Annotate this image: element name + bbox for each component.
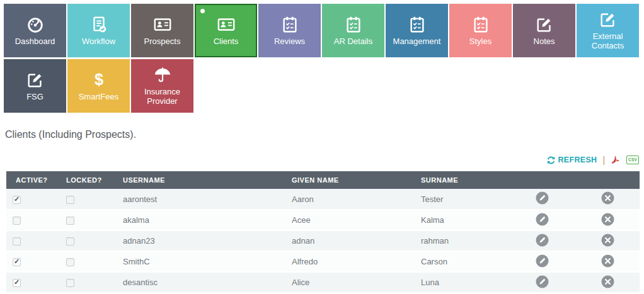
locked-checkbox[interactable]: [66, 196, 74, 204]
clients-table: ACTIVE?LOCKED?USERNAMEGIVEN NAMESURNAME …: [6, 171, 640, 293]
active-cell: [6, 251, 60, 272]
tile-management[interactable]: Management: [386, 4, 448, 57]
locked-cell: [60, 230, 117, 251]
tile-insurance-provider[interactable]: Insurance Provider: [131, 59, 193, 113]
tile-styles[interactable]: Styles: [449, 4, 512, 57]
toolbar-separator: |: [602, 155, 605, 165]
table-row: aarontestAaronTester: [6, 189, 640, 210]
tile-dashboard[interactable]: Dashboard: [4, 4, 66, 57]
surname-cell: Kalma: [415, 210, 509, 230]
tile-external-contacts[interactable]: External Contacts: [577, 4, 639, 57]
pencil-icon: [536, 281, 549, 290]
workflow-icon: [89, 15, 108, 34]
tile-clients[interactable]: Clients: [195, 4, 257, 57]
edit-icon: [535, 15, 554, 34]
id-card-icon: [217, 15, 236, 34]
x-circle-icon: [601, 218, 614, 228]
locked-checkbox[interactable]: [66, 237, 74, 246]
locked-cell: [60, 189, 117, 210]
tile-label: Management: [391, 37, 444, 47]
tile-prospects[interactable]: Prospects: [131, 4, 193, 57]
table-row: akalmaAceeKalma: [6, 210, 640, 230]
delete-button[interactable]: [601, 275, 614, 288]
column-header-locked-: LOCKED?: [60, 171, 117, 189]
edit-button[interactable]: [536, 191, 549, 205]
clipboard-icon: [344, 15, 363, 34]
x-circle-icon: [601, 260, 614, 269]
column-header-active-: ACTIVE?: [6, 171, 60, 189]
edit-button[interactable]: [536, 254, 549, 268]
delete-button[interactable]: [601, 234, 614, 247]
locked-cell: [60, 251, 117, 272]
delete-button[interactable]: [601, 191, 614, 205]
refresh-button[interactable]: REFRESH: [547, 155, 597, 164]
tile-workflow[interactable]: Workflow: [67, 4, 130, 57]
surname-cell: rahman: [415, 230, 509, 251]
tile-label: FSG: [24, 93, 46, 102]
edit-button[interactable]: [536, 234, 549, 247]
column-header-surname: SURNAME: [415, 171, 509, 189]
tile-label: AR Details: [331, 37, 375, 47]
column-header-actions: [569, 171, 640, 189]
column-header-given-name: GIVEN NAME: [285, 171, 415, 189]
table-header: ACTIVE?LOCKED?USERNAMEGIVEN NAMESURNAME: [6, 171, 640, 189]
active-checkbox[interactable]: [13, 196, 21, 204]
edit-icon: [26, 71, 45, 89]
tile-notes[interactable]: Notes: [513, 4, 575, 57]
given-name-cell: adnan: [285, 230, 415, 251]
surname-cell: Tester: [415, 189, 509, 210]
export-pdf-button[interactable]: [611, 155, 621, 165]
tile-grid: DashboardWorkflowProspectsClientsReviews…: [0, 0, 639, 113]
locked-cell: [60, 272, 117, 293]
username-cell: akalma: [117, 210, 285, 230]
tile-smartfees[interactable]: $SmartFees: [67, 59, 130, 113]
clipboard-icon: [280, 15, 299, 34]
pdf-icon: [611, 155, 621, 165]
username-cell: SmithC: [117, 251, 285, 272]
given-name-cell: Alice: [285, 272, 415, 293]
pencil-icon: [536, 197, 549, 206]
refresh-icon: [547, 156, 555, 164]
username-cell: desantisc: [117, 272, 285, 293]
delete-button[interactable]: [601, 213, 614, 226]
active-cell: [6, 189, 60, 210]
username-cell: adnan23: [117, 230, 285, 251]
tile-label: Notes: [531, 37, 558, 47]
active-checkbox[interactable]: [13, 258, 21, 266]
delete-button[interactable]: [601, 254, 614, 268]
tile-label: Prospects: [142, 37, 183, 47]
locked-cell: [60, 210, 117, 230]
tile-fsg[interactable]: FSG: [4, 59, 66, 113]
umbrella-icon: [153, 65, 172, 84]
locked-checkbox[interactable]: [66, 279, 74, 287]
x-circle-icon: [601, 239, 614, 249]
edit-button[interactable]: [536, 275, 549, 288]
username-cell: aarontest: [117, 189, 285, 210]
svg-text:$: $: [94, 71, 103, 88]
table-body: aarontestAaronTesterakalmaAceeKalmaadnan…: [6, 189, 640, 293]
active-checkbox[interactable]: [13, 217, 21, 225]
active-checkbox[interactable]: [13, 279, 21, 287]
active-cell: [6, 272, 60, 293]
pencil-icon: [536, 260, 549, 269]
tile-label: Clients: [211, 37, 241, 47]
tile-label: Dashboard: [13, 37, 58, 47]
tile-label: Styles: [467, 37, 494, 47]
refresh-label: REFRESH: [558, 155, 597, 164]
x-circle-icon: [601, 197, 614, 206]
tile-reviews[interactable]: Reviews: [258, 4, 321, 57]
export-csv-button[interactable]: CSV: [626, 155, 639, 164]
page-title: Clients (Including Prospects).: [5, 129, 644, 140]
edit-button[interactable]: [536, 213, 549, 226]
gauge-icon: [26, 15, 45, 34]
active-checkbox[interactable]: [13, 237, 21, 246]
selected-dot: [200, 9, 205, 13]
column-header-username: USERNAME: [117, 171, 285, 189]
locked-checkbox[interactable]: [66, 258, 74, 266]
tile-ar-details[interactable]: AR Details: [322, 4, 384, 57]
active-cell: [6, 210, 60, 230]
edit-icon: [599, 10, 618, 29]
table-row: adnan23adnanrahman: [6, 230, 640, 251]
locked-checkbox[interactable]: [66, 217, 74, 225]
csv-icon: CSV: [626, 155, 639, 164]
